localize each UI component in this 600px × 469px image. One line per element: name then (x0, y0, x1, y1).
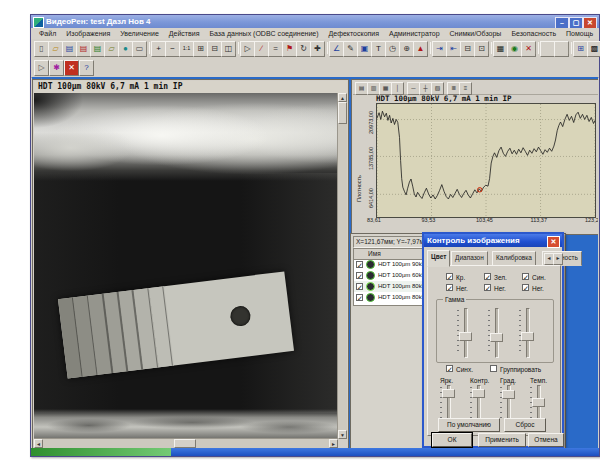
adjust-slider-4-thumb[interactable] (532, 398, 545, 407)
dialog-close-icon[interactable]: ✕ (547, 236, 560, 248)
minus-box-icon[interactable]: ⊟ (460, 41, 475, 57)
rgb-off-icon[interactable]: ✕ (521, 41, 536, 57)
menu-item-10[interactable]: Помощь (561, 30, 598, 37)
horizontal-scrollbar[interactable]: ◄ ► (34, 438, 338, 448)
vertical-scroll-thumb[interactable] (338, 102, 347, 124)
tab-диапазон[interactable]: Диапазон (451, 251, 488, 266)
print-icon[interactable]: ▭ (132, 41, 147, 57)
histogram-tool-icon[interactable]: ▲ (413, 41, 428, 57)
adjust-label-4: Темп. (530, 377, 547, 384)
report-page-icon[interactable]: ▷ (34, 60, 49, 76)
split-horizontal-icon[interactable]: ⊟ (207, 41, 222, 57)
color-checkbox-1[interactable]: ✓ (446, 273, 453, 280)
menu-item-2[interactable]: Изображения (61, 30, 115, 37)
adjust-slider-3-thumb[interactable] (502, 390, 515, 399)
status-bar (31, 448, 599, 456)
apply-button[interactable]: Применить (478, 433, 526, 447)
menu-item-9[interactable]: Безопасность (506, 30, 561, 37)
row-checkbox[interactable]: ✓ (356, 283, 363, 290)
blank-2-icon[interactable] (554, 41, 569, 57)
row-checkbox[interactable]: ✓ (356, 294, 363, 301)
reset-button[interactable]: Сброс (504, 418, 546, 432)
minimize-button[interactable]: – (555, 17, 569, 28)
menu-item-5[interactable]: База данных (ODBC соединение) (204, 30, 323, 37)
copy-forward-icon[interactable]: ⇥ (432, 41, 447, 57)
open-folder-icon[interactable]: ▱ (48, 41, 63, 57)
save-green-icon[interactable]: ▤ (90, 41, 105, 57)
measure-line-icon[interactable]: ∕ (254, 41, 269, 57)
globe-icon[interactable]: ● (118, 41, 133, 57)
gamma-slider-1-thumb[interactable] (459, 332, 472, 341)
menu-item-7[interactable]: Администратор (384, 30, 445, 37)
cancel-button[interactable]: Отмена (528, 433, 564, 447)
close-button[interactable]: ✕ (583, 17, 597, 28)
color-checkbox-3[interactable]: ✓ (522, 273, 529, 280)
grid-view-icon[interactable]: ⊞ (573, 41, 588, 57)
menu-item-8[interactable]: Снимки/Обзоры (445, 30, 507, 37)
split-vertical-icon[interactable]: ◫ (221, 41, 236, 57)
menu-item-4[interactable]: Действия (164, 30, 205, 37)
tab-калибровка[interactable]: Калибровка (492, 251, 536, 266)
negative-checkbox-3[interactable]: ✓ (522, 284, 529, 291)
adjust-slider-2-thumb[interactable] (472, 389, 485, 398)
option-checkbox-2[interactable] (490, 365, 497, 372)
rgb-wheel-icon[interactable]: ◉ (507, 41, 522, 57)
info-box-icon[interactable]: ⊡ (474, 41, 489, 57)
plot-toolbar: ▤▥▦│─┼▧≣≡ (353, 81, 598, 95)
row-checkbox[interactable]: ✓ (356, 261, 363, 268)
pan-tool-icon[interactable]: ✚ (310, 41, 325, 57)
clock-tool-icon[interactable]: ◷ (385, 41, 400, 57)
flag-marker-icon[interactable]: ⚑ (282, 41, 297, 57)
save-red-icon[interactable]: ▤ (76, 41, 91, 57)
help-secondary-icon[interactable]: ? (79, 60, 94, 76)
image-view-icon[interactable]: ▩ (587, 41, 600, 57)
menu-item-3[interactable]: Увеличение (115, 30, 164, 37)
film-strip-icon[interactable]: ▦ (493, 41, 508, 57)
default-button[interactable]: По умолчанию (438, 418, 500, 432)
maximize-button[interactable]: ▢ (569, 17, 583, 28)
blank-1-icon[interactable] (540, 41, 555, 57)
save-icon[interactable]: ▤ (62, 41, 77, 57)
tab-цвет[interactable]: Цвет (427, 250, 450, 267)
zoom-actual-icon[interactable]: 1:1 (179, 41, 194, 57)
menu-item-6[interactable]: Дефектоскопия (324, 30, 384, 37)
negative-checkbox-2[interactable]: ✓ (484, 284, 491, 291)
xray-image[interactable] (34, 93, 338, 439)
new-document-icon[interactable]: ▯ (34, 41, 49, 57)
zoom-in-icon[interactable]: + (151, 41, 166, 57)
dialog-title-bar[interactable]: Контроль изображения ✕ (424, 234, 562, 247)
row-checkbox[interactable]: ✓ (356, 272, 363, 279)
zoom-out-icon[interactable]: − (165, 41, 180, 57)
vertical-scrollbar[interactable]: ▲ ▼ (337, 93, 347, 439)
pick-region-icon[interactable]: ▣ (357, 41, 372, 57)
scroll-right-icon[interactable]: ► (329, 439, 338, 448)
negative-checkbox-1[interactable]: ✓ (446, 284, 453, 291)
horizontal-scroll-thumb[interactable] (174, 439, 196, 448)
rotate-tool-icon[interactable]: ↻ (296, 41, 311, 57)
scroll-down-icon[interactable]: ▼ (338, 430, 347, 439)
gamma-slider-3-thumb[interactable] (521, 332, 534, 341)
scroll-left-icon[interactable]: ◄ (34, 439, 43, 448)
plot-area[interactable] (376, 103, 596, 218)
scroll-up-icon[interactable]: ▲ (338, 93, 347, 102)
target-tool-icon[interactable]: ⊕ (399, 41, 414, 57)
title-bar[interactable]: ВидеоРен: test Дазл Нов 4 – ▢ ✕ (31, 15, 599, 28)
close-red-icon[interactable]: ✕ (64, 60, 79, 76)
copy-back-icon[interactable]: ⇤ (446, 41, 461, 57)
select-cursor-icon[interactable]: ▷ (240, 41, 255, 57)
scrollbar-corner (338, 439, 347, 448)
angle-tool-icon[interactable]: ∠ (329, 41, 344, 57)
level-tool-icon[interactable]: = (268, 41, 283, 57)
menu-item-1[interactable]: Файл (34, 30, 61, 37)
tool-magenta-icon[interactable]: ✱ (49, 60, 64, 76)
ok-button[interactable]: ОК (432, 433, 472, 447)
export-folder-icon[interactable]: ▱ (104, 41, 119, 57)
option-checkbox-1[interactable]: ✓ (446, 365, 453, 372)
color-checkbox-2[interactable]: ✓ (484, 273, 491, 280)
adjust-slider-1-thumb[interactable] (442, 389, 455, 398)
tile-windows-icon[interactable]: ⊞ (193, 41, 208, 57)
tab-scroll-right-icon[interactable]: ► (553, 253, 563, 265)
gamma-slider-2-thumb[interactable] (490, 333, 503, 342)
pencil-tool-icon[interactable]: ✎ (343, 41, 358, 57)
text-tool-icon[interactable]: T (371, 41, 386, 57)
